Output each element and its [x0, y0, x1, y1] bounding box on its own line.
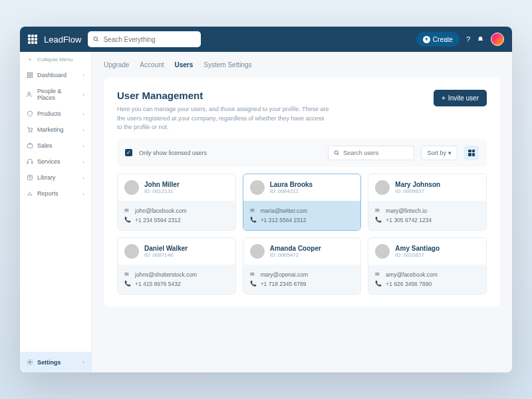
- user-id: ID: 0064211: [270, 188, 313, 194]
- user-email: john@facebook.com: [135, 207, 187, 214]
- mail-icon: ✉: [375, 271, 382, 277]
- grid-view-button[interactable]: [464, 146, 479, 160]
- svg-point-19: [335, 150, 338, 154]
- apps-icon[interactable]: [28, 35, 37, 44]
- svg-point-6: [28, 92, 30, 94]
- svg-line-1: [97, 40, 98, 41]
- mail-icon: ✉: [375, 207, 382, 213]
- avatar: [250, 180, 265, 195]
- help-icon[interactable]: ?: [466, 35, 470, 43]
- mail-icon: ✉: [250, 207, 257, 213]
- sidebar-item-sales[interactable]: Sales›: [20, 138, 91, 154]
- phone-icon: 📞: [124, 281, 131, 287]
- invite-user-button[interactable]: + Invite user: [434, 90, 487, 106]
- user-avatar[interactable]: [491, 33, 504, 46]
- search-users[interactable]: [328, 146, 414, 160]
- plus-icon: +: [423, 36, 430, 43]
- user-card[interactable]: Amy SantiagoID: 0010837 ✉amy@facebook.co…: [368, 237, 487, 295]
- user-phone: +1 212 5564 2312: [261, 217, 307, 223]
- global-search[interactable]: [88, 31, 201, 47]
- bell-icon[interactable]: [477, 36, 484, 43]
- user-email: maria@twitter.com: [261, 207, 308, 214]
- headset-icon: [27, 158, 33, 165]
- brand-name: LeadFlow: [44, 35, 81, 45]
- tab-system-settings[interactable]: System Settings: [203, 61, 251, 68]
- user-id: ID: 0065472: [270, 252, 321, 258]
- page-subtitle: Here you can manage your users, and thos…: [117, 105, 330, 132]
- avatar: [124, 180, 139, 195]
- svg-rect-10: [27, 162, 29, 164]
- svg-rect-2: [27, 72, 29, 74]
- user-name: Amy Santiago: [395, 245, 440, 252]
- svg-rect-4: [27, 76, 29, 78]
- sidebar-item-reports[interactable]: Reports›: [20, 186, 91, 201]
- mail-icon: ✉: [124, 271, 131, 277]
- svg-point-7: [29, 132, 29, 132]
- user-card[interactable]: John MillerID: 0012131 ✉john@facebook.co…: [117, 174, 236, 231]
- user-name: John Miller: [144, 181, 180, 188]
- sidebar-item-settings[interactable]: Settings›: [20, 352, 91, 372]
- search-users-input[interactable]: [343, 150, 408, 156]
- sidebar: « Collapse Menu Dashboard› People & Plac…: [20, 52, 92, 372]
- svg-rect-11: [32, 162, 33, 164]
- licensed-label: Only show licensed users: [139, 150, 207, 156]
- tab-upgrade[interactable]: Upgrade: [104, 61, 129, 68]
- phone-icon: 📞: [124, 217, 131, 223]
- gear-icon: [27, 358, 33, 366]
- phone-icon: 📞: [375, 281, 382, 287]
- user-id: ID: 0010837: [395, 252, 440, 258]
- user-card[interactable]: Amanda CooperID: 0065472 ✉mary@openai.co…: [243, 237, 362, 295]
- avatar: [250, 244, 265, 259]
- grid-icon: [468, 150, 475, 156]
- filter-bar: ✓ Only show licensed users Sort by▾: [117, 139, 487, 167]
- user-phone: +1 415 8976 5432: [135, 281, 181, 287]
- cart-icon: [27, 126, 33, 133]
- page-title: User Management: [117, 90, 330, 101]
- phone-icon: 📞: [375, 217, 382, 223]
- sidebar-item-people[interactable]: People & Places›: [20, 83, 91, 106]
- phone-icon: 📞: [250, 281, 257, 287]
- user-phone: +1 718 2345 6789: [261, 281, 307, 287]
- user-card[interactable]: Laura BrooksID: 0064211 ✉maria@twitter.c…: [243, 174, 362, 231]
- svg-line-20: [338, 154, 339, 155]
- sidebar-item-services[interactable]: Services›: [20, 154, 91, 170]
- user-id: ID: 0009837: [395, 188, 440, 194]
- licensed-checkbox[interactable]: ✓: [125, 149, 132, 156]
- create-button[interactable]: + Create: [416, 32, 460, 47]
- sidebar-item-products[interactable]: Products›: [20, 106, 91, 122]
- people-icon: [27, 91, 33, 98]
- tab-users[interactable]: Users: [175, 61, 194, 68]
- products-icon: [27, 110, 33, 117]
- main-content: Upgrade Account Users System Settings Us…: [92, 52, 512, 372]
- search-icon: [93, 36, 99, 43]
- user-management-panel: User Management Here you can manage your…: [104, 78, 500, 307]
- tab-account[interactable]: Account: [140, 61, 164, 68]
- settings-tabs: Upgrade Account Users System Settings: [104, 61, 500, 68]
- user-phone: +1 234 5564 2312: [135, 217, 181, 223]
- user-email: mary@openai.com: [261, 271, 308, 278]
- user-phone: +1 626 3456 7890: [386, 281, 432, 287]
- sidebar-item-library[interactable]: Library›: [20, 170, 91, 186]
- sidebar-item-dashboard[interactable]: Dashboard›: [20, 67, 91, 83]
- avatar: [375, 180, 390, 195]
- mail-icon: ✉: [124, 207, 131, 213]
- chevron-left-icon: «: [27, 57, 33, 63]
- user-name: Amanda Cooper: [270, 245, 321, 252]
- chart-icon: [27, 190, 33, 197]
- sort-button[interactable]: Sort by▾: [421, 146, 458, 160]
- svg-point-0: [94, 37, 98, 41]
- user-card[interactable]: Daniel WalkerID: 0087146 ✉johns@shutters…: [117, 237, 236, 295]
- collapse-menu[interactable]: « Collapse Menu: [20, 52, 91, 67]
- global-search-input[interactable]: [103, 36, 196, 43]
- library-icon: [27, 174, 33, 181]
- chevron-down-icon: ▾: [448, 150, 452, 156]
- briefcase-icon: [27, 142, 33, 149]
- user-name: Laura Brooks: [270, 181, 313, 188]
- avatar: [375, 244, 390, 259]
- svg-point-18: [29, 361, 31, 363]
- user-name: Daniel Walker: [144, 245, 188, 252]
- user-name: Mary Johnson: [395, 181, 440, 188]
- user-card[interactable]: Mary JohnsonID: 0009837 ✉mary@fintech.io…: [368, 174, 487, 231]
- svg-rect-3: [31, 72, 33, 74]
- sidebar-item-marketing[interactable]: Marketing›: [20, 122, 91, 138]
